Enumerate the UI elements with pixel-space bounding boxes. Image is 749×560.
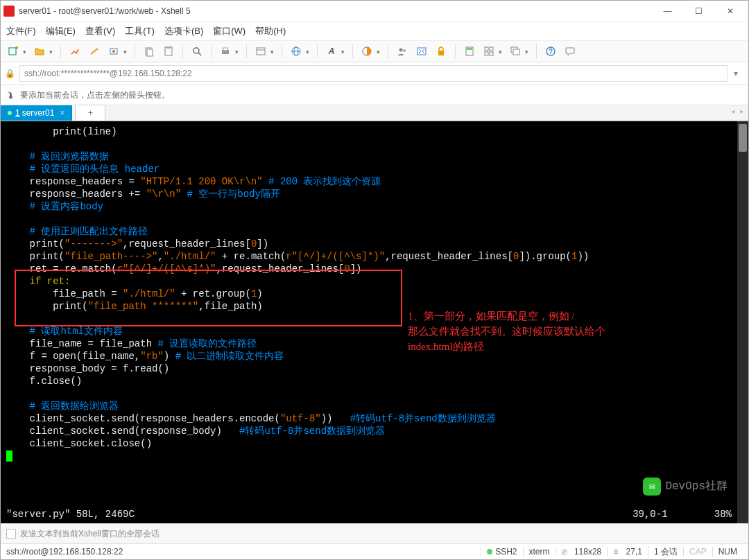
svg-rect-28: [490, 52, 493, 55]
terminal[interactable]: print(line) # 返回浏览器数据 # 设置返回的头信息 header …: [1, 121, 748, 523]
menu-tools[interactable]: 工具(T): [125, 25, 155, 37]
svg-rect-6: [147, 49, 153, 56]
scrollbar-thumb[interactable]: [739, 124, 747, 152]
svg-rect-12: [223, 48, 227, 51]
statusbar: ssh://root@192.168.150.128:22 SSH2 xterm…: [1, 544, 748, 559]
tab-server01[interactable]: 1 server01 ×: [1, 105, 72, 121]
dropdown-icon[interactable]: ▾: [270, 49, 276, 54]
svg-rect-30: [513, 49, 519, 55]
hint-bar: ⮯ 要添加当前会话，点击左侧的箭头按钮。: [1, 85, 748, 105]
dropdown-icon[interactable]: ▾: [499, 49, 504, 54]
dropdown-icon[interactable]: ▾: [23, 49, 28, 54]
status-ssh: SSH2: [481, 547, 522, 557]
lock-icon: 🔒: [5, 69, 15, 78]
maximize-button[interactable]: ☐: [683, 1, 714, 21]
tab-label: server01: [22, 108, 55, 118]
svg-point-19: [399, 49, 403, 52]
calc-button[interactable]: [461, 43, 478, 60]
send-to-all-bar: 发送文本到当前Xshell窗口的全部会话: [1, 523, 748, 544]
tile-button[interactable]: [481, 43, 497, 60]
svg-rect-26: [490, 47, 493, 51]
wechat-icon: ✉: [643, 478, 661, 496]
svg-rect-27: [485, 52, 488, 55]
color-scheme-button[interactable]: [359, 43, 375, 60]
reconnect-button[interactable]: [105, 43, 122, 60]
dropdown-icon[interactable]: ▾: [525, 49, 531, 54]
svg-point-20: [403, 49, 406, 52]
arrow-add-icon[interactable]: ⮯: [6, 89, 16, 100]
terminal-content: print(line) # 返回浏览器数据 # 设置返回的头信息 header …: [6, 125, 743, 462]
users-button[interactable]: [394, 43, 411, 60]
lock-button[interactable]: [433, 43, 449, 60]
menu-edit[interactable]: 编辑(E): [46, 25, 76, 37]
menu-file[interactable]: 文件(F): [6, 25, 36, 37]
fullscreen-button[interactable]: [413, 43, 430, 60]
svg-rect-24: [467, 48, 472, 50]
svg-rect-25: [485, 47, 488, 51]
help-button[interactable]: ?: [542, 43, 559, 60]
svg-line-10: [198, 53, 201, 55]
svg-point-4: [112, 50, 115, 53]
titlebar: server01 - root@server01:/work/web - Xsh…: [1, 1, 748, 22]
print-button[interactable]: [217, 43, 234, 60]
annotation: 1、第一部分，如果匹配是空，例如 / 那么文件就会找不到。这时候应该默认给个 i…: [408, 308, 605, 354]
toolbar: ▾ ▾ ▾ ▾ ▾ ▾ A ▾ ▾ ▾ ▾: [1, 41, 748, 62]
cursor: [6, 450, 12, 462]
tab-add-button[interactable]: +: [75, 105, 105, 121]
cascade-button[interactable]: [507, 43, 524, 60]
svg-rect-0: [9, 48, 16, 55]
font-button[interactable]: A: [323, 43, 340, 60]
dropdown-icon[interactable]: ▾: [235, 49, 241, 54]
find-button[interactable]: [189, 43, 205, 60]
tab-nav[interactable]: ◂ ▸: [731, 107, 746, 116]
vim-statusline: "server.py" 58L, 2469C 39,0-1 38%: [6, 508, 732, 520]
properties-button[interactable]: [252, 43, 269, 60]
svg-rect-22: [438, 51, 444, 55]
dropdown-icon[interactable]: ▾: [306, 49, 311, 54]
svg-point-9: [193, 48, 199, 53]
status-dot-icon: [8, 111, 12, 115]
svg-rect-13: [257, 48, 265, 55]
status-cap: CAP: [683, 547, 712, 557]
status-size: ⎚ 118x28: [556, 547, 608, 557]
svg-rect-8: [166, 46, 171, 49]
dropdown-icon[interactable]: ▾: [49, 49, 55, 54]
disconnect-button[interactable]: [86, 43, 103, 60]
dot-icon: [487, 549, 492, 554]
app-window: server01 - root@server01:/work/web - Xsh…: [0, 0, 749, 560]
dropdown-icon[interactable]: ▾: [341, 49, 347, 54]
address-input[interactable]: [19, 65, 728, 82]
scrollbar[interactable]: [737, 121, 748, 523]
globe-button[interactable]: [288, 43, 304, 60]
close-button[interactable]: ✕: [714, 1, 746, 21]
connect-button[interactable]: [67, 43, 83, 60]
menu-help[interactable]: 帮助(H): [255, 25, 286, 37]
copy-button[interactable]: [141, 43, 157, 60]
dropdown-icon[interactable]: ▾: [123, 49, 129, 54]
status-sessions: 1 会话: [648, 546, 683, 558]
send-checkbox[interactable]: [6, 529, 16, 539]
chat-button[interactable]: [562, 43, 578, 60]
watermark: ✉ DevOps社群: [643, 478, 728, 496]
open-button[interactable]: [31, 43, 48, 60]
dropdown-icon[interactable]: ▾: [377, 49, 382, 54]
status-term: xterm: [523, 547, 556, 557]
minimize-button[interactable]: —: [652, 1, 683, 21]
menu-window[interactable]: 窗口(W): [213, 25, 246, 37]
window-title: server01 - root@server01:/work/web - Xsh…: [19, 6, 652, 16]
status-cursor: ≡ 27,1: [607, 547, 648, 557]
menu-tabs[interactable]: 选项卡(B): [164, 25, 203, 37]
menubar: 文件(F) 编辑(E) 查看(V) 工具(T) 选项卡(B) 窗口(W) 帮助(…: [1, 22, 748, 41]
tab-number: 1: [15, 108, 20, 118]
address-dropdown[interactable]: ▾: [728, 65, 744, 82]
session-tabs: 1 server01 × + ◂ ▸: [1, 105, 748, 121]
app-icon: [3, 6, 15, 17]
new-session-button[interactable]: [5, 43, 21, 60]
address-bar: 🔒 ▾: [1, 62, 748, 85]
send-label: 发送文本到当前Xshell窗口的全部会话: [20, 528, 160, 540]
tab-close-icon[interactable]: ×: [60, 108, 64, 118]
paste-button[interactable]: [160, 43, 177, 60]
status-connection: ssh://root@192.168.150.128:22: [6, 547, 481, 557]
svg-text:?: ?: [549, 48, 553, 55]
menu-view[interactable]: 查看(V): [85, 25, 115, 37]
